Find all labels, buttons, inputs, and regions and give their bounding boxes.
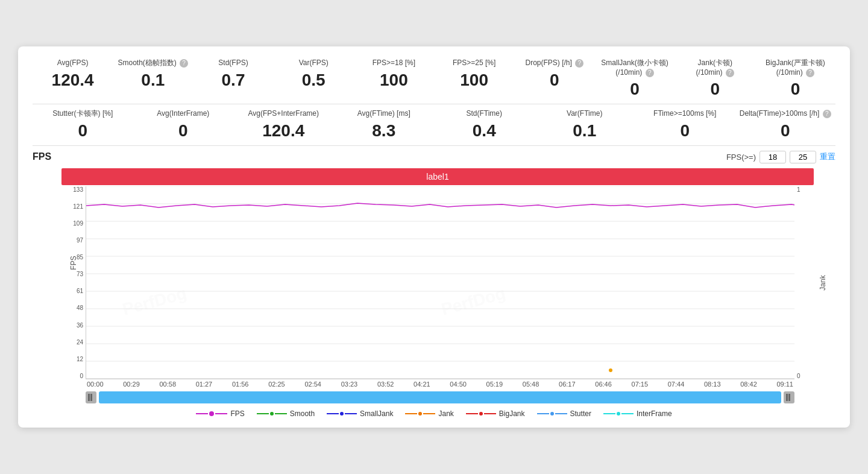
- legend-stutter-dash2: [555, 413, 567, 414]
- y-label-85: 85: [73, 254, 83, 261]
- svg-rect-14: [786, 394, 788, 401]
- y-label-121: 121: [73, 203, 83, 210]
- svg-rect-12: [88, 394, 90, 401]
- legend-interframe-dash: [603, 413, 615, 414]
- stat-value-std-ftime: 0.4: [473, 121, 496, 141]
- stat-value-smalljank: 0: [630, 80, 640, 99]
- x-label-19: 09:11: [776, 381, 793, 388]
- chart-area[interactable]: PerfDog PerfDog: [86, 186, 794, 379]
- fps-controls: FPS(>=) 重置: [726, 151, 835, 163]
- scrollbar-container: [86, 391, 794, 403]
- x-label-7: 03:23: [341, 381, 358, 388]
- x-label-5: 02:25: [268, 381, 285, 388]
- fps-line: [86, 203, 794, 209]
- delta-ftime-help-icon[interactable]: ?: [823, 110, 831, 118]
- stat-label-smalljank: SmallJank(微小卡顿)(/10min) ?: [601, 58, 668, 77]
- scroll-right-handle[interactable]: [784, 391, 794, 403]
- stat-jank: Jank(卡顿)(/10min) ? 0: [675, 58, 755, 99]
- y-label-109: 109: [73, 220, 83, 227]
- stat-value-jank: 0: [710, 80, 720, 99]
- y-axis-right: 1 0 Jank: [794, 186, 814, 379]
- stat-value-avg-fps-interframe: 120.4: [262, 121, 304, 141]
- stat-ftime-100ms: FTime>=100ms [%] 0: [635, 109, 735, 141]
- smalljank-help-icon[interactable]: ?: [646, 69, 654, 77]
- stats-row-2: Stutter(卡顿率) [%] 0 Avg(InterFrame) 0 Avg…: [33, 109, 835, 141]
- legend-bigjank-line: [466, 412, 496, 416]
- x-label-13: 06:17: [559, 381, 576, 388]
- stat-label-avg-fps-interframe: Avg(FPS+InterFrame): [248, 109, 319, 119]
- scrollbar[interactable]: [86, 391, 794, 403]
- divider-2: [33, 145, 835, 146]
- smooth-help-icon[interactable]: ?: [180, 59, 188, 68]
- legend-fps-dash2: [215, 413, 227, 414]
- legend-stutter: Stutter: [537, 409, 591, 418]
- fps-threshold-25-input[interactable]: [790, 151, 816, 163]
- stat-value-drop-fps: 0: [550, 71, 559, 90]
- divider-1: [33, 104, 835, 104]
- svg-rect-15: [788, 394, 790, 401]
- legend-stutter-dash: [537, 413, 549, 414]
- stat-label-jank: Jank(卡顿)(/10min) ?: [696, 58, 734, 77]
- x-label-6: 02:54: [304, 381, 321, 388]
- x-label-17: 08:13: [704, 381, 721, 388]
- legend-interframe-dash2: [621, 413, 634, 414]
- stat-avg-ftime: Avg(FTime) [ms] 8.3: [334, 109, 435, 141]
- chart-grid-svg: [86, 186, 794, 379]
- x-label-1: 00:29: [123, 381, 140, 388]
- stat-fps18: FPS>=18 [%] 100: [354, 58, 434, 90]
- scroll-track[interactable]: [99, 391, 781, 403]
- y-label-73: 73: [73, 271, 83, 277]
- legend-jank-label: Jank: [438, 409, 453, 418]
- stat-label-avg-interframe: Avg(InterFrame): [157, 109, 209, 119]
- stat-value-var-ftime: 0.1: [573, 121, 596, 141]
- reset-button[interactable]: 重置: [820, 151, 835, 162]
- legend-smooth-dash2: [275, 413, 287, 414]
- stat-avg-interframe: Avg(InterFrame) 0: [133, 109, 234, 141]
- stat-value-stutter: 0: [78, 121, 87, 141]
- stat-value-fps25: 100: [460, 71, 488, 90]
- legend-fps-dash: [196, 413, 208, 414]
- stat-value-bigjank: 0: [791, 80, 800, 99]
- stat-label-delta-ftime: Delta(FTime)>100ms [/h] ?: [740, 109, 831, 119]
- label-bar: label1: [61, 168, 814, 185]
- stat-value-avg-fps: 120.4: [52, 71, 94, 90]
- x-label-10: 04:50: [450, 381, 467, 388]
- legend-smooth-dash: [257, 413, 269, 414]
- y-axis-left-labels: 133 121 109 97 85 73 61 48 36 24 12 0: [73, 186, 83, 379]
- jank-dot-1: [609, 368, 612, 372]
- legend-fps-line: [196, 411, 227, 416]
- legend-jank-line: [405, 412, 435, 416]
- legend-jank-dot: [418, 412, 422, 416]
- stat-value-var-fps: 0.5: [302, 71, 326, 90]
- bigjank-help-icon[interactable]: ?: [806, 69, 814, 77]
- stat-label-fps18: FPS>=18 [%]: [373, 58, 415, 68]
- x-axis-labels-container: 00:00 00:29 00:58 01:27 01:56 02:25 02:5…: [86, 381, 794, 388]
- fps-threshold-18-input[interactable]: [760, 151, 786, 163]
- x-label-12: 05:48: [523, 381, 539, 388]
- fps-chart-title: FPS: [33, 151, 51, 162]
- legend-interframe: InterFrame: [603, 409, 672, 418]
- x-label-18: 08:42: [740, 381, 757, 388]
- x-label-14: 06:46: [595, 381, 612, 388]
- legend-fps-label: FPS: [230, 409, 244, 418]
- stat-value-delta-ftime: 0: [781, 121, 790, 141]
- stat-label-std-fps: Std(FPS): [218, 58, 248, 68]
- y-axis-right-labels: 1 0: [797, 186, 800, 379]
- stat-smalljank: SmallJank(微小卡顿)(/10min) ? 0: [594, 58, 675, 99]
- legend-smalljank-dash2: [345, 413, 357, 414]
- fps-header: FPS FPS(>=) 重置: [33, 151, 835, 163]
- scroll-left-handle[interactable]: [86, 391, 96, 403]
- jank-help-icon[interactable]: ?: [726, 69, 734, 77]
- legend-smooth-dot: [270, 412, 274, 416]
- stat-avg-fps-interframe: Avg(FPS+InterFrame) 120.4: [233, 109, 334, 141]
- x-label-15: 07:15: [632, 381, 649, 388]
- y-label-36: 36: [73, 322, 83, 329]
- legend-jank-dash: [405, 413, 417, 414]
- drop-fps-help-icon[interactable]: ?: [575, 59, 583, 68]
- legend-bigjank-dash2: [484, 413, 496, 414]
- x-label-9: 04:21: [414, 381, 430, 388]
- stat-value-fps18: 100: [380, 71, 408, 90]
- stat-var-ftime: Var(FTime) 0.1: [535, 109, 635, 141]
- x-label-4: 01:56: [232, 381, 249, 388]
- stat-label-var-fps: Var(FPS): [299, 58, 329, 68]
